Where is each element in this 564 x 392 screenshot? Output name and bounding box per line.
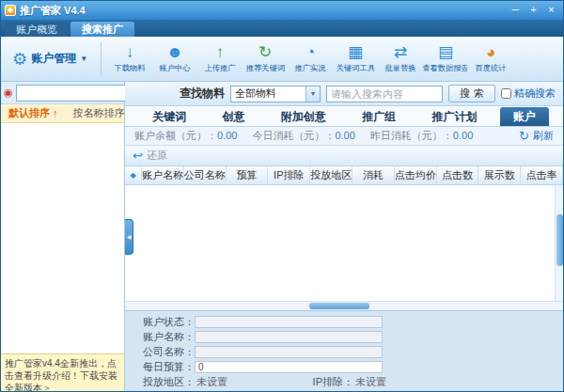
main-panel: 查找物料 全部物料 ▼ 搜索 精确搜索 关键词 创意 附加创意 推广组 推广计划 bbox=[125, 82, 563, 391]
horizontal-scrollbar[interactable] bbox=[125, 301, 563, 310]
nav-tab-strip: 账户概览 搜索推广 bbox=[1, 20, 563, 37]
table-header: ◆ 账户名称 公司名称 预算 IP排除 投放地区 消耗 点击均价 点击数 展示数… bbox=[125, 166, 563, 185]
column-ip-exclude[interactable]: IP排除 bbox=[268, 166, 310, 184]
toolbar-data-report[interactable]: ▤ 查看数据报告 bbox=[423, 39, 468, 79]
column-company-name[interactable]: 公司名称 bbox=[184, 166, 227, 184]
ip-exclude-label: IP排除： bbox=[293, 375, 353, 389]
refresh-button[interactable]: ↻ 刷新 bbox=[519, 129, 554, 143]
close-button[interactable]: × bbox=[543, 4, 559, 17]
sort-by-name-button[interactable]: 按名称排序 bbox=[66, 106, 133, 120]
gear-icon: ⚙ bbox=[12, 49, 27, 70]
restore-button[interactable]: 还原 bbox=[147, 149, 167, 163]
app-window: ◆ 推广管家 V4.4 ─ + × 账户概览 搜索推广 ⚙ 账户管理 ▼ ↓ 下… bbox=[0, 0, 564, 392]
grid-toolbar: ↩ 还原 bbox=[125, 146, 563, 166]
upgrade-notice[interactable]: 推广管家v4.4全新推出，点击查看升级介绍！下载安装全新版本＞ bbox=[1, 353, 124, 391]
sidebar: ◉ ▼ 默认排序 ↑ 按名称排序 推广管家v4.4全新推出，点击查看升级介绍！下… bbox=[1, 82, 125, 391]
tab-account[interactable]: 账户 bbox=[500, 107, 549, 126]
refresh-icon: ↻ bbox=[258, 43, 272, 61]
vertical-scrollbar-thumb[interactable] bbox=[556, 214, 563, 266]
toolbar-keyword-tools[interactable]: ▦ 关键词工具 bbox=[333, 39, 378, 79]
tab-creatives[interactable]: 创意 bbox=[209, 107, 258, 126]
tab-keywords[interactable]: 关键词 bbox=[139, 107, 199, 126]
window-title: 推广管家 V4.4 bbox=[20, 4, 86, 18]
column-budget[interactable]: 预算 bbox=[227, 166, 269, 184]
account-stats-bar: 账户余额（元）：0.00 今日消耗（元）：0.00 昨日消耗（元）：0.00 ↻… bbox=[125, 127, 563, 146]
user-icon: ☻ bbox=[166, 43, 183, 61]
tab-extra-creatives[interactable]: 附加创意 bbox=[268, 107, 339, 126]
exact-search-option: 精确搜索 bbox=[501, 86, 556, 101]
maximize-button[interactable]: + bbox=[525, 4, 541, 17]
daily-budget-label: 每日预算： bbox=[134, 360, 195, 374]
column-avg-cpc[interactable]: 点击均价 bbox=[395, 166, 437, 184]
region-label: 投放地区： bbox=[134, 375, 195, 389]
filter-icon: ◉ bbox=[4, 86, 13, 99]
refresh-icon: ↻ bbox=[519, 129, 529, 143]
column-ctr[interactable]: 点击率 bbox=[521, 166, 563, 184]
tab-campaigns[interactable]: 推广计划 bbox=[418, 107, 490, 126]
find-material-label: 查找物料 bbox=[180, 86, 225, 102]
toolbar-account-center[interactable]: ☻ 账户中心 bbox=[152, 39, 197, 79]
sort-bar: 默认排序 ↑ 按名称排序 bbox=[1, 104, 124, 123]
sidebar-collapse-handle[interactable]: ◀ bbox=[125, 219, 133, 255]
column-clicks[interactable]: 点击数 bbox=[437, 166, 479, 184]
clock-icon: ◔ bbox=[306, 43, 315, 61]
upload-icon: ↑ bbox=[216, 43, 225, 61]
search-button[interactable]: 搜索 bbox=[448, 85, 495, 102]
column-region[interactable]: 投放地区 bbox=[310, 166, 352, 184]
tab-ad-groups[interactable]: 推广组 bbox=[349, 107, 409, 126]
pie-chart-icon: ◕ bbox=[486, 43, 495, 61]
sidebar-search-row: ◉ ▼ bbox=[1, 82, 124, 104]
account-manage-label: 账户管理 bbox=[31, 51, 76, 67]
company-name-field bbox=[195, 346, 383, 358]
material-scope-select[interactable]: 全部物料 ▼ bbox=[230, 86, 321, 102]
header-selector-icon: ◆ bbox=[125, 166, 142, 184]
chevron-down-icon: ▼ bbox=[80, 55, 87, 63]
column-account-name[interactable]: 账户名称 bbox=[142, 166, 184, 184]
download-icon: ↓ bbox=[126, 43, 134, 61]
undo-icon: ↩ bbox=[133, 149, 143, 163]
balance-stat: 账户余额（元）：0.00 bbox=[134, 129, 237, 143]
today-cost-stat: 今日消耗（元）：0.00 bbox=[252, 129, 354, 143]
material-tab-bar: 关键词 创意 附加创意 推广组 推广计划 账户 bbox=[125, 106, 563, 127]
find-material-bar: 查找物料 全部物料 ▼ 搜索 精确搜索 bbox=[125, 82, 563, 106]
select-dropdown-icon: ▼ bbox=[306, 86, 320, 102]
sort-ascending-icon: ↑ bbox=[53, 107, 58, 118]
swap-icon: ⇄ bbox=[394, 43, 407, 61]
tab-account-overview[interactable]: 账户概览 bbox=[5, 22, 69, 37]
account-manage-button[interactable]: ⚙ 账户管理 ▼ bbox=[5, 39, 95, 79]
app-icon: ◆ bbox=[5, 5, 16, 16]
grid-icon: ▦ bbox=[348, 43, 363, 61]
search-input[interactable] bbox=[326, 86, 443, 102]
daily-budget-field[interactable] bbox=[195, 361, 383, 373]
vertical-scrollbar[interactable] bbox=[555, 185, 563, 301]
toolbar-live-status[interactable]: ◔ 推广实况 bbox=[288, 39, 333, 79]
account-detail-panel: 账户状态： 账户名称： 公司名称： 每日预算： 投放地区： 未设置 bbox=[125, 310, 563, 391]
yesterday-cost-stat: 昨日消耗（元）：0.00 bbox=[370, 129, 473, 143]
account-status-field bbox=[195, 316, 383, 328]
region-value: 未设置 bbox=[196, 375, 227, 389]
horizontal-scrollbar-thumb[interactable] bbox=[309, 303, 369, 309]
toolbar-recommend-keywords[interactable]: ↻ 推荐关键词 bbox=[243, 39, 288, 79]
tab-search-promotion[interactable]: 搜索推广 bbox=[70, 22, 134, 37]
exact-search-label: 精确搜索 bbox=[514, 86, 556, 101]
toolbar-upload-promotion[interactable]: ↑ 上传推广 bbox=[197, 39, 243, 79]
account-status-label: 账户状态： bbox=[134, 315, 195, 329]
toolbar-separator bbox=[101, 42, 102, 75]
toolbar-download-materials[interactable]: ↓ 下载物料 bbox=[107, 39, 152, 79]
company-name-label: 公司名称： bbox=[134, 345, 195, 359]
table-body[interactable] bbox=[125, 185, 563, 301]
main-toolbar: ⚙ 账户管理 ▼ ↓ 下载物料 ☻ 账户中心 ↑ 上传推广 ↻ 推荐关键词 ◔ … bbox=[1, 37, 563, 82]
exact-search-checkbox[interactable] bbox=[501, 88, 511, 99]
sort-default-button[interactable]: 默认排序 ↑ bbox=[1, 106, 66, 120]
account-name-label: 账户名称： bbox=[134, 330, 195, 344]
toolbar-baidu-statistics[interactable]: ◕ 百度统计 bbox=[468, 39, 513, 79]
report-icon: ▤ bbox=[438, 43, 453, 61]
column-impressions[interactable]: 展示数 bbox=[478, 166, 521, 184]
account-name-field bbox=[195, 331, 383, 343]
minimize-button[interactable]: ─ bbox=[508, 4, 524, 17]
column-cost[interactable]: 消耗 bbox=[352, 166, 395, 184]
account-list[interactable] bbox=[1, 123, 124, 353]
toolbar-batch-replace[interactable]: ⇄ 批量替换 bbox=[378, 39, 423, 79]
ip-exclude-value: 未设置 bbox=[355, 375, 386, 389]
content-area: ◉ ▼ 默认排序 ↑ 按名称排序 推广管家v4.4全新推出，点击查看升级介绍！下… bbox=[1, 82, 563, 391]
